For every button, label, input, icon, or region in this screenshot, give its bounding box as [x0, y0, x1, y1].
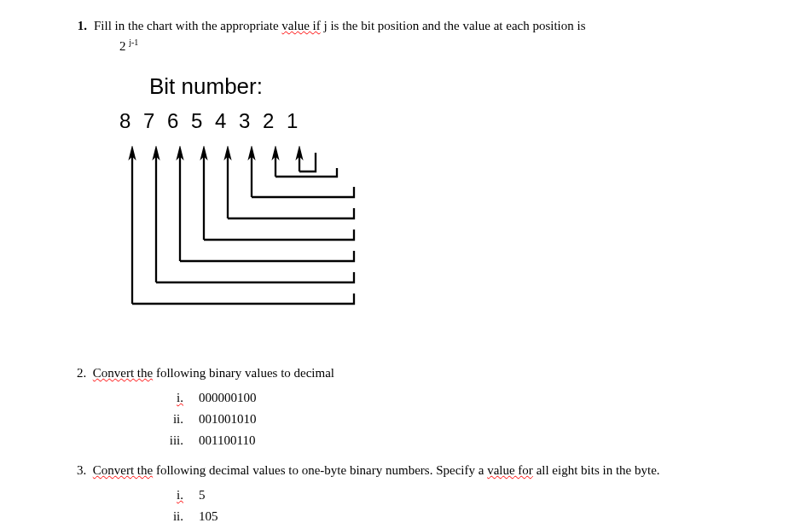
q3-spell-value-for: value for: [487, 463, 533, 477]
q3-mid: following decimal values to one-byte bin…: [153, 463, 487, 477]
question-2: 2. Convert the following binary values t…: [77, 364, 812, 450]
q2-rest: following binary values to decimal: [153, 366, 334, 380]
list-item: ii. 105: [158, 508, 812, 523]
q3-number: 3.: [77, 463, 86, 477]
q3-prompt: 3. Convert the following decimal values …: [77, 462, 785, 479]
bit-diagram: [128, 146, 802, 322]
q1-body: Fill in the chart with the appropriate v…: [94, 17, 802, 322]
list-item: i. 000000100: [158, 389, 812, 407]
q3-value-1: 5: [199, 486, 206, 504]
list-item: ii. 001001010: [158, 410, 812, 428]
roman-i: i.: [158, 389, 183, 407]
roman-ii: ii.: [158, 410, 183, 428]
q1-number: 1.: [68, 17, 94, 35]
q1-formula: 2 j-1: [119, 37, 802, 55]
roman-i: i.: [158, 486, 183, 504]
q1-text-b: j is the bit position and the value at e…: [321, 19, 586, 32]
bit-number-heading: Bit number:: [149, 71, 802, 102]
q1-spell-value-if: value if: [281, 19, 320, 32]
roman-iii: iii.: [158, 432, 183, 450]
q2-value-1: 000000100: [199, 389, 257, 407]
q3-rest: all eight bits in the byte.: [533, 463, 660, 477]
question-1: 1. Fill in the chart with the appropriat…: [68, 17, 812, 322]
q2-value-3: 001100110: [199, 432, 255, 450]
roman-ii: ii.: [158, 508, 183, 523]
question-3: 3. Convert the following decimal values …: [77, 462, 812, 523]
q3-spell-convert-the: Convert the: [93, 463, 153, 477]
q2-spell-convert-the: Convert the: [93, 366, 153, 380]
formula-exp: j-1: [129, 38, 138, 47]
spacer-1: [68, 322, 812, 352]
q3-value-2: 105: [199, 508, 218, 523]
q2-value-2: 001001010: [199, 410, 257, 428]
q2-number: 2.: [77, 366, 86, 380]
q1-text-a: Fill in the chart with the appropriate: [94, 19, 281, 32]
q2-list: i. 000000100 ii. 001001010 iii. 00110011…: [158, 389, 812, 450]
list-item: iii. 001100110: [158, 432, 812, 450]
q3-list: i. 5 ii. 105 iii. 127: [158, 486, 812, 523]
bit-numbers-row: 8 7 6 5 4 3 2 1: [119, 107, 802, 136]
formula-base: 2: [119, 39, 129, 53]
q2-prompt: 2. Convert the following binary values t…: [77, 364, 785, 382]
list-item: i. 5: [158, 486, 812, 504]
